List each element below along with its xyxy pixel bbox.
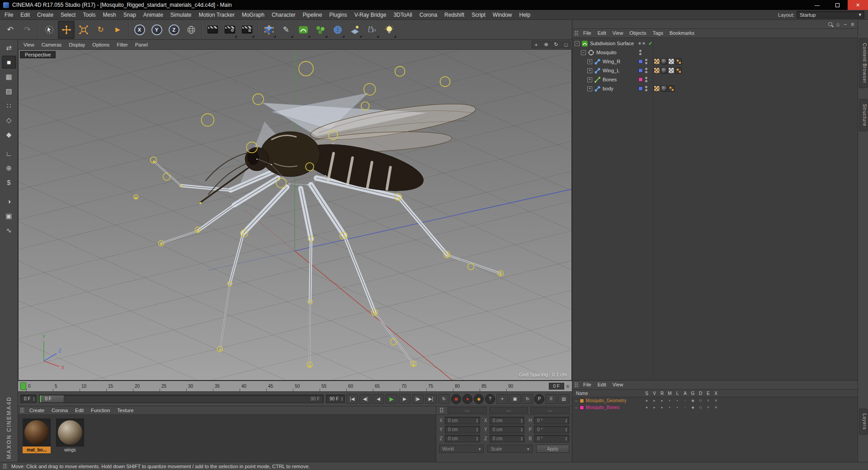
panel-toggle-button[interactable]: ▤ [558,394,570,404]
make-editable-button[interactable]: ⇄ [2,41,16,54]
play-button[interactable]: ▶ [386,394,397,404]
viewport-canvas[interactable]: Perspective Grid Spacing : 0.1 cm Y X Z [18,50,572,381]
home-icon[interactable]: ⌂ [836,21,840,28]
tab-structure[interactable]: Structure [859,99,868,132]
layer-toggle[interactable]: ● [643,399,651,403]
move-tool[interactable] [58,21,75,39]
tab-layers[interactable]: Layers [859,409,868,435]
timeline-options-icon[interactable]: ≡ [566,383,569,390]
menu-item[interactable]: Plugins [326,10,350,19]
column-header[interactable]: V [651,391,658,396]
y-axis-lock-button[interactable]: Y [148,21,165,39]
points-mode-button[interactable]: ∷ [2,99,16,112]
viewport-zoom-icon[interactable]: ⊕ [542,41,551,48]
menu-icon[interactable]: ≡ [851,21,854,28]
add-deformer-button[interactable] [329,21,346,39]
menu-item[interactable]: Corona [416,10,441,19]
apply-button[interactable]: Apply [536,445,569,453]
object-manager-menu-item[interactable]: Tags [650,29,666,38]
column-header[interactable]: X [712,391,720,396]
position-header[interactable]: --- [448,407,487,414]
viewport-menu-item[interactable]: View [20,40,38,49]
object-row-wing-l[interactable]: + Wing_L [572,66,858,75]
menu-item[interactable]: Tools [79,10,99,19]
position-x-field[interactable]: 0 cm▲▼ [445,417,480,424]
redo-button[interactable]: ↷ [19,21,36,39]
viewport-menu-item[interactable]: Cameras [38,40,66,49]
size-y-field[interactable]: 0 cm▲▼ [490,426,525,433]
render-view-button[interactable] [204,21,221,39]
expand-icon[interactable]: + [587,68,592,73]
layer-toggle[interactable]: ▸ [658,405,666,409]
parameter-button[interactable]: P [534,394,544,404]
phong-tag-icon[interactable] [661,67,667,74]
expand-icon[interactable]: + [587,86,592,91]
coordinate-system-select[interactable]: World▾ [439,445,484,453]
layer-toggle[interactable]: ≡ [704,399,712,403]
layer-toggle[interactable]: ▫ [681,405,689,409]
playhead-handle[interactable] [20,382,26,390]
object-row-mosquito[interactable]: − Mosquito [572,48,858,57]
previous-key-button[interactable]: ◀| [359,394,371,404]
materials-menu-item[interactable]: Function [87,406,113,414]
polygons-mode-button[interactable]: ◆ [2,128,16,141]
add-subdivision-button[interactable] [295,21,311,39]
layer-manager-menu-item[interactable]: Edit [594,381,609,389]
previous-frame-button[interactable]: ◀ [373,394,384,404]
materials-menu-item[interactable]: Edit [71,406,87,414]
visibility-toggle[interactable] [642,42,645,45]
layer-toggle[interactable]: ▸ [658,399,666,403]
object-manager-menu-item[interactable]: View [609,29,627,38]
layout-select[interactable]: Startup ▾ [797,11,864,19]
menu-item[interactable]: V-Ray Bridge [351,10,390,19]
model-mode-button[interactable]: ■ [2,56,16,69]
menu-item[interactable]: Animate [140,10,167,19]
layer-toggle[interactable]: ✕ [712,399,720,403]
object-row-wing-r[interactable]: + Wing_R [572,57,858,66]
name-column-header[interactable]: Name [576,391,588,396]
size-x-field[interactable]: 0 cm▲▼ [490,417,525,424]
dots-grid-button[interactable]: ⠿ [545,394,557,404]
stepper-icons[interactable]: ▲▼ [33,397,35,401]
expand-icon[interactable]: + [587,77,592,82]
go-to-start-button[interactable]: |◀ [346,394,358,404]
visibility-toggle[interactable] [638,42,641,45]
mini-move-button[interactable]: + [496,394,508,404]
position-y-field[interactable]: 0 cm▲▼ [445,426,480,433]
minimize-button[interactable]: — [807,0,827,10]
layer-toggle[interactable]: ▪ [674,399,681,403]
materials-menu-item[interactable]: Create [26,406,48,414]
visibility-dots[interactable] [645,77,647,82]
z-axis-lock-button[interactable]: Z [165,21,182,39]
texture-tag-icon[interactable] [654,85,660,92]
rotate-tool[interactable]: ↻ [92,21,109,39]
workplane-mode-button[interactable]: ▨ [2,85,16,98]
layer-color-chip[interactable] [580,399,584,403]
material-label[interactable]: mat_bo... [23,446,51,453]
viewport-menu-item[interactable]: Options [89,40,113,49]
coil-button[interactable]: ∿ [2,224,16,237]
texture-tag-icon[interactable] [654,67,660,74]
material-item[interactable]: mat_bo... [23,418,52,458]
rotation-b-field[interactable]: 0 °▲▼ [534,435,569,442]
materials-menu-item[interactable]: Corona [48,406,71,414]
collapse-icon[interactable]: − [581,50,586,55]
object-row-bones[interactable]: + Bones [572,75,858,84]
tab-content-browser[interactable]: Content Browser [859,38,868,88]
render-queue-button[interactable]: ≣ [239,21,255,39]
layer-manager-menu-item[interactable]: File [580,381,594,389]
rotation-h-field[interactable]: 0 °▲▼ [534,417,569,424]
texture-tag-icon[interactable] [668,67,675,74]
column-header[interactable]: L [674,391,681,396]
object-manager-menu-item[interactable]: Objects [626,29,649,38]
object-manager-menu-item[interactable]: Bookmarks [666,29,698,38]
layer-toggle[interactable]: ▪ [666,405,674,409]
menu-item[interactable]: Script [468,10,489,19]
object-manager-menu-item[interactable]: Edit [594,29,609,38]
column-header[interactable]: A [681,391,689,396]
layer-toggle[interactable]: ≡ [704,405,712,409]
texture-mode-button[interactable]: ▦ [2,70,16,83]
layer-toggle[interactable]: ▪ [674,405,681,409]
visibility-dots[interactable] [645,59,647,64]
enabled-check-icon[interactable]: ✓ [648,41,652,47]
